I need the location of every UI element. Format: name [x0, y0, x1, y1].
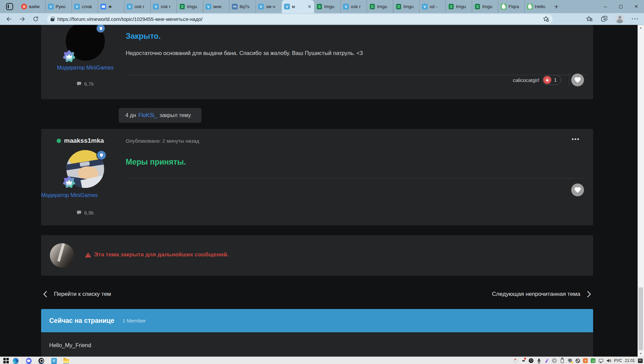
scroll-up-arrow[interactable]: ▲	[638, 26, 644, 29]
tab-label: osk r	[134, 4, 148, 9]
tab-actions-button[interactable]	[0, 0, 19, 13]
browser-tab[interactable]: Vosk r	[150, 0, 177, 13]
vime-favicon: V	[153, 4, 159, 9]
post1-body: Недостаточно оснований для выдачи бана. …	[126, 50, 550, 56]
post2-like-button[interactable]	[571, 184, 584, 196]
maximize-button[interactable]	[613, 0, 628, 13]
post2-options-button[interactable]	[572, 138, 579, 140]
next-topic-link[interactable]: Следующая непрочитанная тема	[492, 291, 592, 298]
usb-tray-icon[interactable]	[560, 358, 565, 363]
taskbar: V ≋ РУС 21:01	[0, 357, 644, 364]
scroll-down-arrow[interactable]: ▼	[638, 352, 644, 355]
post1-moderator-badge	[62, 49, 76, 64]
url-text[interactable]: https://forum.vimeworld.com/topic/102945…	[57, 16, 540, 22]
tab-label: Imgu	[482, 4, 496, 9]
browser-tab-active[interactable]: Vм×	[282, 0, 314, 13]
language-indicator[interactable]: РУС	[614, 358, 622, 363]
scrollbar-thumb[interactable]	[639, 287, 643, 350]
collections-icon[interactable]	[601, 15, 608, 23]
tab-close-icon[interactable]: ×	[307, 4, 312, 9]
online-member[interactable]: Hello_My_Friend	[49, 342, 91, 348]
address-bar[interactable]: https://forum.vimeworld.com/topic/102945…	[47, 14, 553, 24]
new-tab-button[interactable]: +	[551, 0, 562, 13]
clock[interactable]: 21:01	[625, 358, 635, 363]
note-action: закрыл тему	[160, 112, 191, 118]
post1-role-link[interactable]: Модератор MiniGames	[41, 65, 129, 71]
closed-topic-card: Эта тема закрыта для дальнейших сообщени…	[41, 235, 593, 276]
forward-button[interactable]	[16, 13, 29, 24]
post1-like-button[interactable]	[571, 74, 584, 86]
tab-audio-icon[interactable]	[108, 5, 113, 9]
vime-favicon: V	[127, 4, 132, 9]
obs-tray-icon[interactable]	[529, 358, 534, 363]
pen-tray-icon[interactable]	[544, 358, 549, 363]
minimize-button[interactable]: ─	[597, 0, 613, 13]
post2-username[interactable]: maakss1mka	[64, 137, 104, 144]
blocked-tray-icon[interactable]	[575, 358, 580, 363]
browser-tab[interactable]: Imgu	[314, 0, 340, 13]
post2-published: Опубликовано: 2 минуты назад	[126, 138, 199, 144]
online-members: Hello_My_Friend	[41, 332, 593, 357]
browser-tab[interactable]: VРуко	[45, 0, 71, 13]
browser-tab[interactable]: VK8q7s	[229, 0, 255, 13]
tab-label: эм ч	[266, 4, 279, 9]
discord-tray-icon[interactable]	[521, 358, 526, 363]
search-tray-icon[interactable]	[591, 358, 596, 363]
browser-tab[interactable]: Imgu	[367, 0, 393, 13]
browser-tab[interactable]: Явайм	[19, 0, 45, 13]
lock-icon[interactable]	[51, 18, 54, 21]
back-button[interactable]	[2, 13, 16, 24]
browser-tab[interactable]: Vxd -	[419, 0, 446, 13]
page-scrollbar[interactable]: ▲ ▼	[638, 25, 644, 357]
imgur-favicon	[179, 4, 185, 9]
start-button[interactable]	[2, 357, 10, 364]
warning-icon	[85, 252, 91, 258]
browser-tab[interactable]: Imgu	[446, 0, 472, 13]
browser-tab[interactable]: Vosk r	[340, 0, 367, 13]
mouse-tray-icon[interactable]	[513, 358, 518, 363]
taskbar-obs[interactable]	[37, 357, 45, 364]
browser-tab[interactable]: Imgu	[393, 0, 419, 13]
network-tray-icon[interactable]	[599, 358, 604, 363]
browser-tab[interactable]: Hello	[524, 0, 551, 13]
java-tray-icon[interactable]: ≋	[583, 358, 588, 363]
refresh-button[interactable]	[29, 13, 42, 24]
browser-tab[interactable]: Imgu	[177, 0, 203, 13]
note-user-link[interactable]: FloKSi_	[139, 112, 157, 118]
add-favorite-icon[interactable]	[543, 16, 549, 22]
next-topic-label: Следующая непрочитанная тема	[492, 291, 580, 298]
browser-tab[interactable]: Vэм ч	[255, 0, 282, 13]
favorites-icon[interactable]	[586, 16, 593, 23]
browser-tab[interactable]: Flqra	[498, 0, 524, 13]
volume-tray-icon[interactable]	[606, 358, 611, 363]
notification-center-icon[interactable]	[638, 358, 643, 363]
taskbar-edge[interactable]	[11, 357, 20, 364]
tab-label: xd -	[430, 4, 443, 9]
close-button[interactable]: ×	[628, 0, 644, 13]
tab-label: osk r	[351, 4, 364, 9]
post1-reactor[interactable]: calicocatgirl	[513, 77, 539, 83]
browser-tab[interactable]: Vosk r	[124, 0, 150, 13]
imgur-favicon	[316, 4, 322, 9]
closed-topic-warning-text: Эта тема закрыта для дальнейших сообщени…	[94, 251, 228, 258]
browser-tab[interactable]: Vмне	[203, 0, 229, 13]
browser-tab[interactable]: Imgu	[472, 0, 498, 13]
microphone-tray-icon[interactable]	[536, 358, 542, 363]
post2-role-link[interactable]: Модератор MiniGames	[41, 192, 129, 198]
browser-tab[interactable]	[98, 0, 124, 13]
post1-reactions[interactable]: 1	[542, 75, 561, 85]
vime-favicon: V	[422, 4, 428, 9]
defender-tray-icon[interactable]	[568, 358, 573, 363]
browser-menu-button[interactable]: ···	[632, 16, 639, 22]
tab-label: Hello	[535, 4, 548, 9]
browser-tab[interactable]: Vслов	[71, 0, 98, 13]
post-card-2: maakss1mka Опубликовано: 2 минуты назад …	[41, 129, 593, 225]
tab-label: Imgu	[456, 4, 469, 9]
taskbar-explorer[interactable]	[62, 357, 70, 364]
profile-avatar[interactable]	[615, 15, 624, 23]
prev-topic-link[interactable]: Перейти к списку тем	[42, 291, 111, 298]
post1-post-count-value: 6,7k	[84, 81, 94, 87]
taskbar-discord[interactable]	[25, 357, 33, 364]
pause-tray-icon[interactable]	[552, 358, 557, 363]
taskbar-vimeworld[interactable]: V	[50, 357, 58, 364]
